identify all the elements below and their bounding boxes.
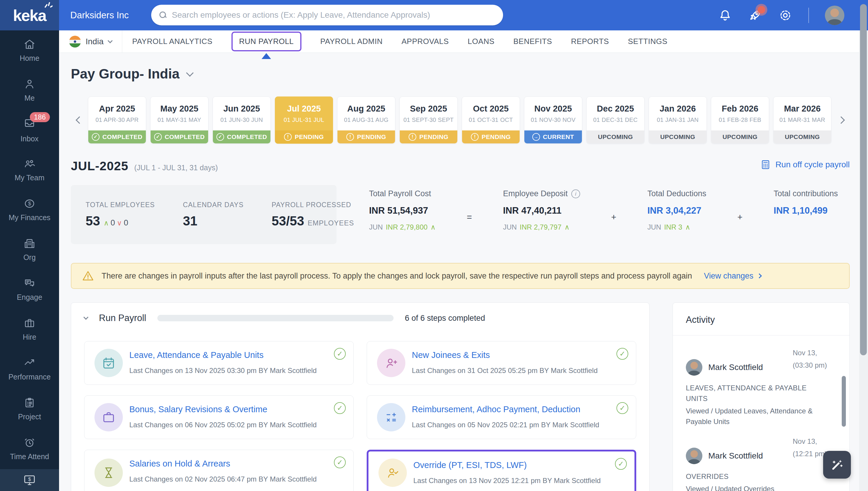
calendar-check-icon <box>101 355 116 371</box>
activity-category: LEAVES, ATTENDANCE & PAYABLE UNITS <box>686 383 831 404</box>
sidebar-item-project[interactable]: Project <box>0 389 59 429</box>
month-card-selected[interactable]: Jul 202501 JUL-31 JUL !PENDING <box>275 96 333 144</box>
month-card-current[interactable]: Nov 202501 NOV-30 NOV →CURRENT <box>524 96 582 144</box>
tab-loans[interactable]: LOANS <box>468 37 495 46</box>
sidebar: Home Me 186 Inbox My Team $ My Finances … <box>0 30 59 491</box>
total-deductions-value[interactable]: INR 3,04,227 <box>647 205 706 216</box>
month-label: Apr 2025 <box>99 104 135 114</box>
sidebar-item-label: Me <box>25 94 35 103</box>
month-card[interactable]: Mar 202601 MAR-31 MAR UPCOMING <box>773 96 831 144</box>
sidebar-item-payroll-active[interactable]: $ <box>0 469 59 491</box>
tab-reports[interactable]: REPORTS <box>571 37 609 46</box>
total-payroll-cost-value: INR 51,54,937 <box>369 205 436 216</box>
tab-payroll-admin[interactable]: PAYROLL ADMIN <box>320 37 383 46</box>
step-salaries-hold-arrears[interactable]: Salaries on Hold & Arrears Last Changes … <box>84 450 354 491</box>
svg-text:$: $ <box>28 476 31 482</box>
avatar <box>686 359 702 376</box>
page-scrollbar-thumb[interactable] <box>860 4 867 355</box>
month-card[interactable]: Oct 202501 OCT-31 OCT !PENDING <box>462 96 520 144</box>
activity-title: Activity <box>673 303 849 336</box>
activity-entry: Mark Scottfield Nov 13, (12:21 pm) OVERR… <box>686 427 831 491</box>
tab-run-payroll[interactable]: RUN PAYROLL <box>239 37 294 46</box>
employee-deposit-value: INR 47,40,211 <box>503 205 580 216</box>
month-range: 01 NOV-30 NOV <box>531 117 576 123</box>
month-card[interactable]: Jan 202601 JAN-31 JAN UPCOMING <box>649 96 707 144</box>
keka-logo[interactable]: keka <box>0 0 59 30</box>
step-leave-attendance[interactable]: Leave, Attendance & Payable Units Last C… <box>84 341 354 385</box>
months-prev-button[interactable] <box>71 117 88 123</box>
month-card[interactable]: May 202501 MAY-31 MAY ✓COMPLETED <box>150 96 208 144</box>
sidebar-item-engage[interactable]: Engage <box>0 269 59 309</box>
search-input[interactable] <box>172 10 495 20</box>
up-caret-icon: ∧ <box>104 219 109 227</box>
sidebar-item-performance[interactable]: Performance <box>0 349 59 389</box>
view-changes-link[interactable]: View changes <box>704 271 761 281</box>
sidebar-item-label: My Finances <box>8 213 51 222</box>
tab-benefits[interactable]: BENEFITS <box>513 37 552 46</box>
month-card[interactable]: Feb 202601 FEB-28 FEB UPCOMING <box>711 96 769 144</box>
sidebar-item-label: Project <box>18 412 41 421</box>
sidebar-item-label: Org <box>23 253 36 262</box>
collapse-chevron-icon[interactable] <box>84 315 89 320</box>
sidebar-item-hire[interactable]: Hire <box>0 309 59 349</box>
run-off-cycle-link[interactable]: Run off cycle payroll <box>760 159 850 170</box>
sidebar-item-label: Time Attend <box>10 452 49 461</box>
month-card[interactable]: Apr 202501 APR-30 APR ✓COMPLETED <box>88 96 146 144</box>
month-card[interactable]: Jun 202501 JUN-30 JUN ✓COMPLETED <box>213 96 271 144</box>
month-card[interactable]: Dec 202501 DEC-31 DEC UPCOMING <box>586 96 644 144</box>
assistant-wand-button[interactable] <box>823 451 851 479</box>
inbox-badge: 186 <box>30 112 50 122</box>
tab-approvals[interactable]: APPROVALS <box>401 37 449 46</box>
month-range: 01 AUG-31 AUG <box>344 117 389 123</box>
month-strip: Apr 202501 APR-30 APR ✓COMPLETED May 202… <box>71 96 850 144</box>
sidebar-item-time-attend[interactable]: Time Attend <box>0 429 59 469</box>
sidebar-item-me[interactable]: Me <box>0 70 59 110</box>
step-complete-check-icon: ✓ <box>334 402 346 414</box>
tab-payroll-analytics[interactable]: PAYROLL ANALYTICS <box>132 37 213 46</box>
month-status: →CURRENT <box>524 131 582 143</box>
step-override-highlighted[interactable]: Override (PT, ESI, TDS, LWF) Last Change… <box>367 450 636 491</box>
user-avatar[interactable] <box>825 6 844 25</box>
info-icon[interactable]: i <box>571 190 580 198</box>
payroll-monitor-icon: $ <box>23 473 36 487</box>
step-reimbursement-adhoc[interactable]: Reimbursement, Adhoc Payment, Deduction … <box>367 395 636 439</box>
sidebar-item-org[interactable]: Org <box>0 230 59 269</box>
sidebar-item-my-finances[interactable]: $ My Finances <box>0 190 59 230</box>
sidebar-item-label: My Team <box>15 173 45 182</box>
building-icon <box>23 237 36 250</box>
company-name: Darksiders Inc <box>70 0 129 30</box>
months-next-button[interactable] <box>833 117 850 123</box>
bottom-row: Run Payroll 6 of 6 steps completed Leave… <box>71 302 850 491</box>
settings-gear-icon[interactable] <box>778 8 792 22</box>
month-card[interactable]: Aug 202501 AUG-31 AUG !PENDING <box>337 96 395 144</box>
page-title-row[interactable]: Pay Group- India <box>71 66 850 82</box>
country-selector[interactable]: India <box>59 30 122 53</box>
month-range: 01 SEPT-30 SEPT <box>403 117 453 123</box>
step-complete-check-icon: ✓ <box>616 348 628 360</box>
payroll-tabs: PAYROLL ANALYTICS RUN PAYROLL PAYROLL AD… <box>132 32 668 51</box>
month-label: Aug 2025 <box>347 104 385 114</box>
month-status: UPCOMING <box>649 131 706 143</box>
whats-new-rocket-icon[interactable] <box>748 8 762 22</box>
month-status: !PENDING <box>400 131 457 143</box>
avatar <box>686 447 702 464</box>
global-search[interactable] <box>151 5 503 25</box>
activity-scrollbar-thumb[interactable] <box>842 376 846 427</box>
total-contributions-value[interactable]: INR 1,10,499 <box>774 205 838 216</box>
steps-grid: Leave, Attendance & Payable Units Last C… <box>71 334 649 491</box>
payroll-changes-warning: There are changes in payroll inputs afte… <box>71 263 850 289</box>
search-icon <box>160 11 167 19</box>
notifications-bell-icon[interactable] <box>718 8 732 22</box>
tab-settings[interactable]: SETTINGS <box>628 37 668 46</box>
sidebar-item-inbox[interactable]: 186 Inbox <box>0 110 59 150</box>
sidebar-item-my-team[interactable]: My Team <box>0 150 59 190</box>
month-label: Jul 2025 <box>287 104 320 114</box>
total-deductions: Total Deductions INR 3,04,227 JUNINR 3∧ <box>647 189 706 244</box>
month-card[interactable]: Sep 202501 SEPT-30 SEPT !PENDING <box>399 96 458 144</box>
month-range: 01 DEC-31 DEC <box>593 117 638 123</box>
step-new-joinees-exits[interactable]: New Joinees & Exits Last Changes on 31 O… <box>367 341 636 385</box>
step-bonus-revisions-overtime[interactable]: Bonus, Salary Revisions & Overtime Last … <box>84 395 354 439</box>
employee-deposit: Employee Depositi INR 47,40,211 JUNINR 2… <box>503 189 580 244</box>
sidebar-item-home[interactable]: Home <box>0 30 59 70</box>
sidebar-item-label: Engage <box>17 293 42 301</box>
